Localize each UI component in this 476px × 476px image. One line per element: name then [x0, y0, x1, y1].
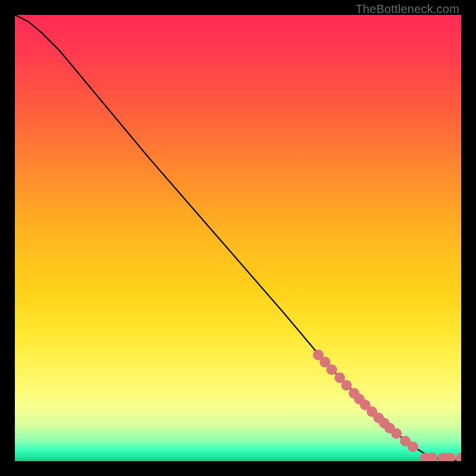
watermark-label: TheBottleneck.com: [355, 2, 459, 16]
scatter-dot: [391, 428, 402, 439]
scatter-dot: [341, 380, 352, 391]
curve-line: [15, 15, 461, 461]
plot-area: [15, 15, 461, 461]
chart-overlay: [15, 15, 461, 461]
chart-stage: TheBottleneck.com: [0, 0, 476, 476]
scatter-dot: [327, 364, 337, 375]
scatter-dot: [408, 441, 418, 452]
scatter-dots: [313, 350, 461, 462]
scatter-dot: [456, 453, 461, 461]
